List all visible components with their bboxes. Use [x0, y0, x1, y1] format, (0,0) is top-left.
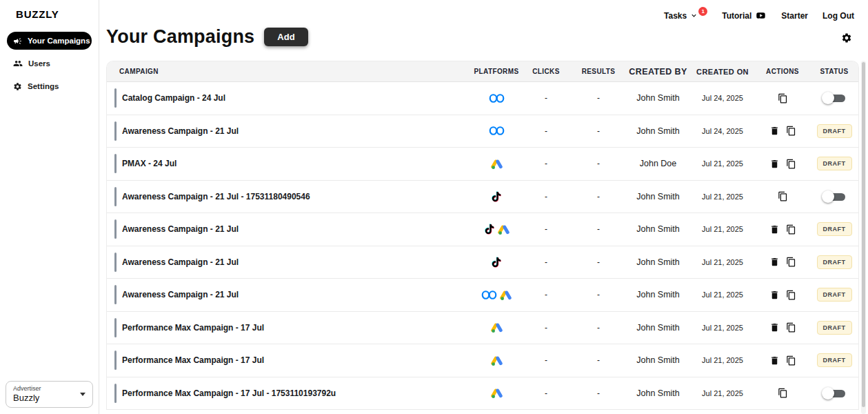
created-on-value: Jul 21, 2025: [690, 258, 755, 266]
duplicate-button[interactable]: [778, 388, 788, 398]
results-value: -: [571, 126, 626, 136]
delete-button[interactable]: [769, 322, 780, 333]
status-badge: DRAFT: [817, 157, 852, 170]
main-content: Tasks 1 Tutorial Starter Log Out Your Ca…: [99, 0, 868, 414]
delete-button[interactable]: [769, 159, 780, 169]
duplicate-button[interactable]: [786, 257, 796, 267]
chevron-down-icon: [690, 12, 698, 19]
campaign-name: Awareness Campaign - 21 Jul: [122, 126, 239, 136]
campaign-name: Awareness Campaign - 21 Jul: [122, 224, 239, 234]
column-header-created-on: CREATED ON: [690, 68, 755, 76]
row-accent-bar: [114, 384, 117, 403]
delete-button[interactable]: [769, 290, 780, 300]
delete-button[interactable]: [769, 257, 780, 267]
sidebar-nav: Your Campaigns Users Settings: [0, 32, 99, 95]
trash-icon: [769, 159, 780, 169]
results-value: -: [571, 224, 626, 234]
copy-icon: [786, 257, 796, 267]
duplicate-button[interactable]: [786, 290, 796, 300]
campaign-name: PMAX - 24 Jul: [122, 159, 176, 168]
created-by-value: John Smith: [626, 388, 690, 398]
platforms-cell: [472, 191, 521, 202]
platforms-cell: [472, 387, 521, 399]
actions-cell: [755, 322, 810, 333]
sidebar-item-users[interactable]: Users: [7, 55, 92, 72]
copy-icon: [786, 290, 796, 300]
add-campaign-button[interactable]: Add: [264, 28, 307, 46]
actions-cell: [755, 93, 810, 103]
tasks-count-badge: 1: [698, 7, 707, 16]
tasks-menu[interactable]: Tasks 1: [664, 11, 707, 21]
table-row[interactable]: Awareness Campaign - 21 Jul - 1753118049…: [107, 181, 858, 214]
advertiser-selector[interactable]: Advertiser Buzzly: [6, 381, 93, 408]
status-toggle[interactable]: [822, 190, 847, 204]
table-row[interactable]: Awareness Campaign - 21 Jul--John SmithJ…: [107, 246, 858, 279]
table-row[interactable]: PMAX - 24 Jul--John DoeJul 21, 2025DRAFT: [107, 148, 858, 181]
status-cell: DRAFT: [810, 255, 858, 269]
column-header-clicks: CLICKS: [521, 68, 571, 75]
clicks-value: -: [521, 323, 571, 333]
page-title: Your Campaigns: [106, 26, 254, 48]
status-toggle[interactable]: [822, 91, 847, 105]
campaign-name: Performance Max Campaign - 17 Jul: [122, 355, 264, 365]
delete-button[interactable]: [769, 355, 780, 366]
duplicate-button[interactable]: [786, 224, 796, 235]
sidebar-item-settings[interactable]: Settings: [7, 77, 92, 95]
results-value: -: [571, 93, 626, 103]
google-ads-icon: [491, 387, 503, 399]
table-row[interactable]: Awareness Campaign - 21 Jul--John SmithJ…: [107, 213, 858, 246]
table-row[interactable]: Catalog Campaign - 24 Jul--John SmithJul…: [107, 82, 858, 115]
clicks-value: -: [521, 159, 571, 168]
platforms-cell: [472, 224, 521, 235]
created-on-value: Jul 21, 2025: [690, 193, 755, 201]
campaigns-table: CAMPAIGNPLATFORMSCLICKSRESULTSCREATED BY…: [106, 61, 859, 410]
plan-label[interactable]: Starter: [781, 11, 808, 21]
clicks-value: -: [521, 192, 571, 201]
table-row[interactable]: Awareness Campaign - 21 Jul--John SmithJ…: [107, 115, 858, 148]
google-ads-icon: [491, 355, 503, 366]
sidebar-item-label: Your Campaigns: [28, 37, 90, 45]
status-cell: DRAFT: [810, 157, 858, 170]
table-row[interactable]: Performance Max Campaign - 17 Jul--John …: [107, 312, 858, 345]
gear-icon: [841, 32, 852, 43]
status-badge: DRAFT: [817, 255, 852, 269]
actions-cell: [755, 126, 810, 136]
duplicate-button[interactable]: [786, 126, 796, 136]
vertical-scrollbar[interactable]: [861, 61, 866, 414]
row-accent-bar: [114, 351, 117, 370]
google-ads-icon: [491, 158, 503, 170]
duplicate-button[interactable]: [778, 93, 788, 103]
table-settings-button[interactable]: [841, 32, 852, 46]
topbar: Tasks 1 Tutorial Starter Log Out: [106, 0, 868, 21]
created-by-value: John Smith: [626, 290, 690, 299]
actions-cell: [755, 290, 810, 300]
actions-cell: [755, 388, 810, 398]
table-row[interactable]: Awareness Campaign - 21 Jul--John SmithJ…: [107, 279, 858, 312]
status-toggle[interactable]: [822, 386, 847, 400]
results-value: -: [571, 257, 626, 267]
platforms-cell: [472, 355, 521, 366]
sidebar-item-your-campaigns[interactable]: Your Campaigns: [7, 32, 92, 50]
delete-button[interactable]: [769, 224, 780, 235]
duplicate-button[interactable]: [778, 191, 788, 201]
table-row[interactable]: Performance Max Campaign - 17 Jul--John …: [107, 344, 858, 377]
row-accent-bar: [114, 318, 117, 337]
status-cell: DRAFT: [810, 321, 858, 335]
campaign-name: Performance Max Campaign - 17 Jul: [122, 323, 264, 333]
logout-button[interactable]: Log Out: [822, 11, 854, 21]
duplicate-button[interactable]: [786, 322, 796, 333]
duplicate-button[interactable]: [786, 159, 796, 169]
delete-button[interactable]: [769, 126, 780, 136]
duplicate-button[interactable]: [786, 355, 796, 366]
copy-icon: [786, 224, 796, 235]
clicks-value: -: [521, 93, 571, 103]
created-by-value: John Smith: [626, 257, 690, 267]
chevron-down-icon: [80, 393, 85, 396]
table-row[interactable]: Performance Max Campaign - 17 Jul - 1753…: [107, 377, 858, 411]
tiktok-icon: [484, 224, 495, 235]
created-by-value: John Smith: [626, 224, 690, 234]
tutorial-link[interactable]: Tutorial: [722, 10, 767, 21]
youtube-icon: [755, 10, 767, 21]
scrollbar-thumb[interactable]: [862, 62, 865, 407]
results-value: -: [571, 290, 626, 299]
